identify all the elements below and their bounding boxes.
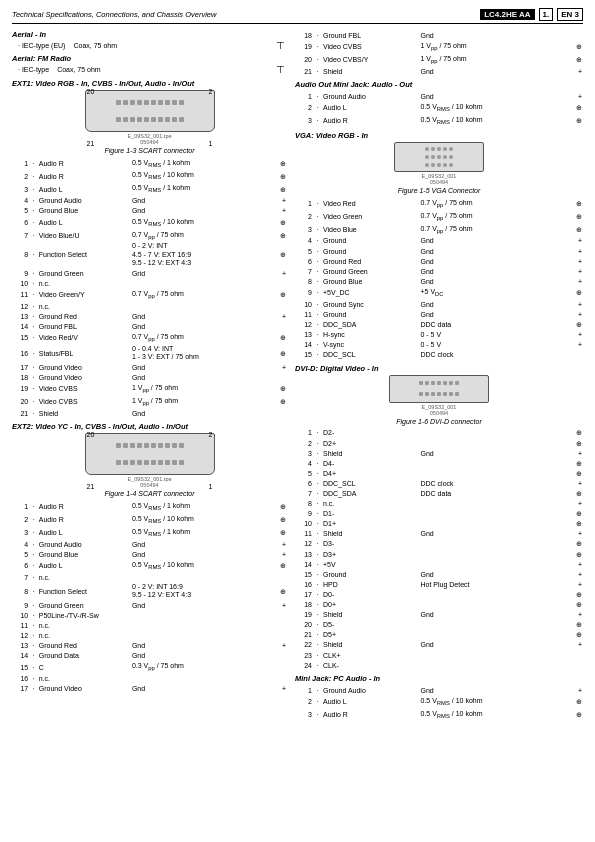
table-row: 1·Audio R0.5 VRMS / 1 kohm⊕ — [12, 500, 287, 513]
ext1-pin-table: 1·Audio R0.5 VRMS / 1 kohm⊕ 2·Audio R0.5… — [12, 157, 287, 418]
table-row: 10·Ground SyncGnd+ — [295, 299, 583, 309]
table-row: 6·DDC_SCLDDC clock+ — [295, 478, 583, 488]
table-row: 15·C0.3 Vpp / 75 ohm — [12, 661, 287, 674]
aerial-in-title: Aerial - In — [12, 30, 287, 39]
dvi-pin-table: 1·D2-⊕ 2·D2+⊕ 3·ShieldGnd+ 4·D4-⊕ 5·D4+⊕… — [295, 428, 583, 670]
scart2-diagram: 20 2 — [12, 433, 287, 488]
table-row: 6·Audio L0.5 VRMS / 10 kohm⊕ — [12, 216, 287, 229]
mini-jack-pc-section: Mini Jack: PC Audio - In 1·Ground AudioG… — [295, 674, 583, 721]
table-row: 14·Ground DataGnd — [12, 651, 287, 661]
table-row: 16·HPDHot Plug Detect+ — [295, 579, 583, 589]
main-content: Aerial - In · IEC-type (EU) Coax, 75 ohm… — [12, 30, 583, 723]
ext2-continuation: 18·Ground FBLGnd 19·Video CVBS1 Vpp / 75… — [295, 30, 583, 76]
table-row: 20·D5-⊕ — [295, 620, 583, 630]
ext1-title: EXT1: Video RGB - In, CVBS - In/Out, Aud… — [12, 79, 287, 88]
table-row: 8 · Function Select 0 - 2 V: INT 16:99.5… — [12, 583, 287, 601]
table-row: 2·Audio R0.5 VRMS / 10 kohm⊕ — [12, 170, 287, 183]
table-row: 19·Video CVBS1 Vpp / 75 ohm⊕ — [295, 40, 583, 53]
table-row: 6·Audio L0.5 VRMS / 10 kohm⊕ — [12, 560, 287, 573]
table-row: 4·Ground AudioGnd+ — [12, 539, 287, 549]
vga-pin-table: 1·Video Red0.7 Vpp / 75 ohm⊕ 2·Video Gre… — [295, 197, 583, 360]
table-row: 14·Ground FBLGnd — [12, 321, 287, 331]
table-row: 12·D3-⊕ — [295, 539, 583, 549]
table-row: 1·D2-⊕ — [295, 428, 583, 438]
table-row: 8 · Function Select 0 - 2 V: INT4.5 - 7 … — [12, 242, 287, 268]
audio-out-pin-table: 1·Ground AudioGnd+ 2·Audio L0.5 VRMS / 1… — [295, 91, 583, 127]
table-row: 21·ShieldGnd+ — [295, 66, 583, 76]
table-row: 20·Video CVBS1 Vpp / 75 ohm⊕ — [12, 395, 287, 408]
table-row: 11·GroundGnd+ — [295, 309, 583, 319]
table-row: 1·Audio R0.5 VRMS / 1 kohm⊕ — [12, 157, 287, 170]
scart1-diagram: 20 2 — [12, 90, 287, 145]
table-row: 12·DDC_SDADDC data⊕ — [295, 320, 583, 330]
table-row: 3·Audio R0.5 VRMS / 10 kohm⊕ — [295, 708, 583, 721]
table-row: 1·Ground AudioGnd+ — [295, 685, 583, 695]
table-row: 15·GroundGnd+ — [295, 569, 583, 579]
table-row: 18·Ground VideoGnd — [12, 372, 287, 382]
table-row: 20·Video CVBS/Y1 Vpp / 75 ohm⊕ — [295, 53, 583, 66]
ext2-section: EXT2: Video YC - In, CVBS - In/Out, Audi… — [12, 422, 287, 694]
table-row: 15·Video Red/V0.7 Vpp / 75 ohm⊕ — [12, 332, 287, 345]
table-row: 8·Ground BlueGnd+ — [295, 276, 583, 286]
table-row: 1·Video Red0.7 Vpp / 75 ohm⊕ — [295, 197, 583, 210]
table-row: 7·DDC_SDADDC data⊕ — [295, 489, 583, 499]
table-row: 13·Ground RedGnd+ — [12, 641, 287, 651]
table-row: 22·ShieldGnd+ — [295, 640, 583, 650]
vga-figure-label: Figure 1-5 VGA Connector — [295, 187, 583, 194]
table-row: 18·Ground FBLGnd — [295, 30, 583, 40]
table-row: 3·Video Blue0.7 Vpp / 75 ohm⊕ — [295, 223, 583, 236]
ext1-section: EXT1: Video RGB - In, CVBS - In/Out, Aud… — [12, 79, 287, 418]
scart1-figure-label: Figure 1-3 SCART connector — [12, 147, 287, 154]
table-row: 12·n.c. — [12, 631, 287, 641]
vga-title: VGA: Video RGB - In — [295, 131, 583, 140]
table-row: 21·ShieldGnd — [12, 408, 287, 418]
aerial-in-item: · IEC-type (EU) Coax, 75 ohm ⊤ — [12, 40, 287, 51]
table-row: 4·GroundGnd+ — [295, 236, 583, 246]
table-row: 5·Ground BlueGnd+ — [12, 206, 287, 216]
table-row: 9·D1-⊕ — [295, 509, 583, 519]
table-row: 2·D2+⊕ — [295, 438, 583, 448]
table-row: 7·n.c. — [12, 572, 287, 582]
table-row: 2·Audio L0.5 VRMS / 10 kohm⊕ — [295, 101, 583, 114]
ext2-cont-pin-table: 18·Ground FBLGnd 19·Video CVBS1 Vpp / 75… — [295, 30, 583, 76]
table-row: 7·Video Blue/U0.7 Vpp / 75 ohm⊕ — [12, 229, 287, 242]
table-row: 4·Ground AudioGnd+ — [12, 196, 287, 206]
vga-diagram: E_09S32_001050494 — [295, 142, 583, 185]
table-row: 17·D0-⊕ — [295, 589, 583, 599]
table-row: 13·H-sync0 - 5 V+ — [295, 330, 583, 340]
header-title: Technical Specifications, Connections, a… — [12, 10, 216, 19]
table-row: 2·Video Green0.7 Vpp / 75 ohm⊕ — [295, 210, 583, 223]
left-column: Aerial - In · IEC-type (EU) Coax, 75 ohm… — [12, 30, 287, 723]
aerial-in-section: Aerial - In · IEC-type (EU) Coax, 75 ohm… — [12, 30, 287, 51]
table-row: 10·P50Line-/TV-/R-Sw — [12, 610, 287, 620]
table-row: 13·Ground RedGnd+ — [12, 311, 287, 321]
table-row: 5·Ground BlueGnd+ — [12, 549, 287, 559]
table-row: 10·D1+⊕ — [295, 519, 583, 529]
ext2-title: EXT2: Video YC - In, CVBS - In/Out, Audi… — [12, 422, 287, 431]
table-row: 19·Video CVBS1 Vpp / 75 ohm⊕ — [12, 382, 287, 395]
table-row: 2·Audio L0.5 VRMS / 10 kohm⊕ — [295, 695, 583, 708]
table-row: 16·n.c. — [12, 674, 287, 684]
table-row: 5·D4+⊕ — [295, 468, 583, 478]
dvid-section: DVI-D: Digital Video - In — [295, 364, 583, 670]
table-row: 3·Audio L0.5 VRMS / 1 kohm⊕ — [12, 183, 287, 196]
header-model: LC4.2HE AA — [480, 9, 534, 20]
table-row: 13·D3+⊕ — [295, 549, 583, 559]
table-row: 9·Ground GreenGrid+ — [12, 268, 287, 278]
vga-section: VGA: Video RGB - In — [295, 131, 583, 360]
header-page: 1. — [539, 8, 554, 21]
table-row: 9·+5V_DC+5 VDC⊕ — [295, 286, 583, 299]
mini-jack-pc-title: Mini Jack: PC Audio - In — [295, 674, 583, 683]
table-row: 3·Audio L0.5 VRMS / 1 kohm⊕ — [12, 526, 287, 539]
aerial-fm-item: · IEC-type Coax, 75 ohm ⊤ — [12, 64, 287, 75]
scart2-figure-label: Figure 1-4 SCART connector — [12, 490, 287, 497]
table-row: 1·Ground AudioGnd+ — [295, 91, 583, 101]
table-row: 14·+5V+ — [295, 559, 583, 569]
table-row: 15·DDC_SCLDDC clock — [295, 350, 583, 360]
table-row: 3·Audio R0.5 VRMS / 10 kohm⊕ — [295, 114, 583, 127]
table-row: 23·CLK+ — [295, 650, 583, 660]
table-row: 2·Audio R0.5 VRMS / 10 kohm⊕ — [12, 513, 287, 526]
audio-out-title: Audio Out Mini Jack: Audio - Out — [295, 80, 583, 89]
aerial-fm-section: Aerial: FM Radio · IEC-type Coax, 75 ohm… — [12, 54, 287, 75]
table-row: 18·D0+⊕ — [295, 600, 583, 610]
